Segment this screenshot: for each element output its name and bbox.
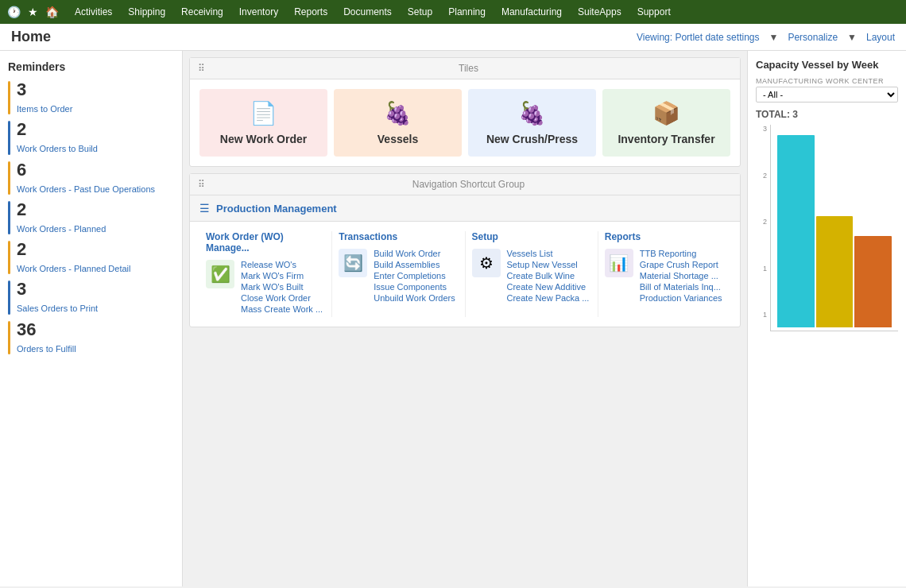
nav-shortcut-menu-icon: ☰ [199,202,210,215]
nav-setup[interactable]: Setup [400,0,440,24]
sidebar-title: Reminders [8,60,174,73]
shortcut-link-wo-manage-4[interactable]: Mass Create Work ... [241,304,323,314]
nav-suiteapps[interactable]: SuiteApps [570,0,629,24]
shortcut-links-transactions: Build Work OrderBuild AssembliesEnter Co… [374,249,455,303]
clock-icon[interactable]: 🕐 [6,5,21,19]
reminder-item-6[interactable]: 36 Orders to Fulfill [8,321,174,354]
chart-total-value: 3 [792,109,798,120]
shortcut-link-setup-4[interactable]: Create New Packa ... [507,293,590,303]
layout-link[interactable]: Layout [866,32,895,43]
shortcut-icon-row-wo-manage: ✅ Release WO'sMark WO's FirmMark WO's Bu… [206,260,325,314]
bar-group [777,125,892,331]
nav-manufacturing[interactable]: Manufacturing [494,0,570,24]
tiles-portlet: ⠿ Tiles 📄 New Work Order 🍇 Vessels 🍇 New… [189,57,741,167]
shortcut-link-transactions-4[interactable]: Unbuild Work Orders [374,293,455,303]
reminder-item-5[interactable]: 3 Sales Orders to Print [8,280,174,314]
tile-label-inventory-transfer: Inventory Transfer [618,133,714,145]
shortcut-icon-transactions: 🔄 [339,249,367,277]
nav-shipping[interactable]: Shipping [120,0,173,24]
shortcut-col-title-setup[interactable]: Setup [472,231,591,242]
reminder-bar-5 [8,280,10,314]
shortcut-links-reports: TTB ReportingGrape Crush ReportMaterial … [640,249,722,303]
reminder-count-4: 2 [17,241,130,258]
shortcut-link-wo-manage-1[interactable]: Mark WO's Firm [241,271,323,280]
star-icon[interactable]: ★ [25,5,40,19]
shortcut-icon-wo-manage: ✅ [206,260,234,288]
shortcut-col-title-reports[interactable]: Reports [605,231,724,242]
home-icon[interactable]: 🏠 [45,5,59,19]
navbar: 🕐 ★ 🏠 Activities Shipping Receiving Inve… [0,0,906,24]
nav-documents[interactable]: Documents [335,0,400,24]
shortcut-link-transactions-1[interactable]: Build Assemblies [374,260,455,269]
shortcut-link-setup-0[interactable]: Vessels List [507,249,590,258]
personalize-chevron: ▼ [847,32,857,43]
tile-icon-vessels: 🍇 [384,100,412,126]
tiles-grid: 📄 New Work Order 🍇 Vessels 🍇 New Crush/P… [199,89,730,157]
reminder-label-2: Work Orders - Past Due Operations [17,184,155,195]
nav-inventory[interactable]: Inventory [231,0,286,24]
y-label-3top: 3 [763,125,767,133]
reminder-count-5: 3 [17,280,98,298]
nav-shortcut-group-label[interactable]: Production Management [216,203,337,215]
nav-reports[interactable]: Reports [286,0,335,24]
main-layout: Reminders 3 Items to Order 2 Work Orders… [0,51,906,586]
viewing-portlet-link[interactable]: Viewing: Portlet date settings [637,32,760,43]
reminder-item-3[interactable]: 2 Work Orders - Planned [8,201,174,234]
shortcut-link-transactions-2[interactable]: Enter Completions [374,271,455,280]
tiles-portlet-title: Tiles [459,63,478,74]
shortcut-link-setup-3[interactable]: Create New Additive [507,282,590,292]
tile-new-work-order[interactable]: 📄 New Work Order [199,89,327,157]
tile-icon-new-crush-press: 🍇 [518,100,546,126]
y-label-1b: 1 [763,311,767,319]
shortcut-link-transactions-3[interactable]: Issue Components [374,282,455,292]
shortcut-link-reports-1[interactable]: Grape Crush Report [640,260,722,269]
nav-planning[interactable]: Planning [440,0,494,24]
shortcut-col-title-transactions[interactable]: Transactions [339,231,458,242]
reminder-item-0[interactable]: 3 Items to Order [8,81,174,114]
shortcut-link-wo-manage-3[interactable]: Close Work Order [241,293,323,303]
reminder-bar-2 [8,161,10,195]
center-content: ⠿ Tiles 📄 New Work Order 🍇 Vessels 🍇 New… [183,51,747,586]
shortcut-columns: Work Order (WO) Manage... ✅ Release WO's… [190,222,740,327]
reminder-bar-6 [8,321,10,354]
shortcut-col-wo-manage: Work Order (WO) Manage... ✅ Release WO's… [199,231,332,317]
page-title: Home [11,29,51,45]
nav-activities[interactable]: Activities [67,0,120,24]
tile-inventory-transfer[interactable]: 📦 Inventory Transfer [602,89,730,157]
shortcut-link-reports-2[interactable]: Material Shortage ... [640,271,722,280]
tile-new-crush-press[interactable]: 🍇 New Crush/Press [468,89,596,157]
tile-vessels[interactable]: 🍇 Vessels [334,89,462,157]
sidebar: Reminders 3 Items to Order 2 Work Orders… [0,51,183,586]
shortcut-link-wo-manage-0[interactable]: Release WO's [241,260,323,269]
shortcut-link-setup-1[interactable]: Setup New Vessel [507,260,590,269]
tiles-drag-handle[interactable]: ⠿ [198,63,205,74]
reminder-label-0: Items to Order [17,103,72,114]
tile-label-new-crush-press: New Crush/Press [486,133,578,145]
shortcut-link-setup-2[interactable]: Create Bulk Wine [507,271,590,280]
shortcut-icon-setup: ⚙ [472,249,501,277]
reminder-label-4: Work Orders - Planned Detail [17,263,130,274]
shortcut-icon-row-transactions: 🔄 Build Work OrderBuild AssembliesEnter … [339,249,458,303]
reminder-item-1[interactable]: 2 Work Orders to Build [8,121,174,154]
shortcut-link-reports-3[interactable]: Bill of Materials Inq... [640,282,722,292]
nav-shortcut-drag-handle[interactable]: ⠿ [198,179,205,190]
reminder-item-2[interactable]: 6 Work Orders - Past Due Operations [8,161,174,195]
chart-total: TOTAL: 3 [756,109,898,120]
shortcut-link-reports-4[interactable]: Production Variances [640,293,722,303]
shortcut-link-transactions-0[interactable]: Build Work Order [374,249,455,258]
shortcut-link-wo-manage-2[interactable]: Mark WO's Built [241,282,323,292]
nav-support[interactable]: Support [629,0,679,24]
tile-label-vessels: Vessels [378,133,418,145]
shortcut-link-reports-0[interactable]: TTB Reporting [640,249,722,258]
nav-shortcut-portlet-title: Navigation Shortcut Group [412,179,525,190]
nav-receiving[interactable]: Receiving [173,0,231,24]
reminder-label-6: Orders to Fulfill [17,343,76,354]
y-label-2b: 2 [763,218,767,226]
reminder-count-0: 3 [17,81,72,99]
shortcut-col-title-wo-manage[interactable]: Work Order (WO) Manage... [206,231,325,253]
mfg-work-center-select[interactable]: - All - [756,87,898,103]
reminder-item-4[interactable]: 2 Work Orders - Planned Detail [8,241,174,274]
personalize-link[interactable]: Personalize [788,32,838,43]
tiles-portlet-header: ⠿ Tiles [190,58,740,79]
tile-icon-new-work-order: 📄 [250,100,277,126]
